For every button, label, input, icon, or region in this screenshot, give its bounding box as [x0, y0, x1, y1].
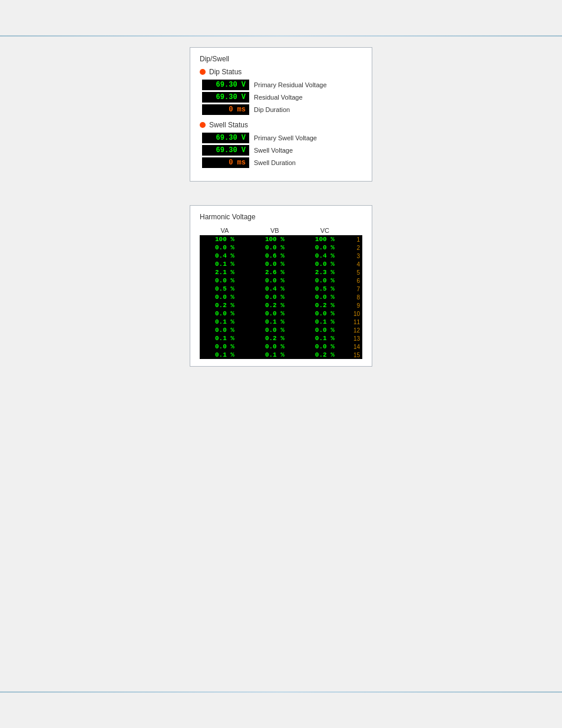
- harmonic-num-5: 5: [350, 268, 362, 276]
- dip-duration-label: Dip Duration: [254, 106, 290, 113]
- harmonic-row: 0.1 %0.1 %0.1 %11: [200, 318, 362, 326]
- swell-duration-value: 0 ms: [202, 157, 249, 168]
- harmonic-num-7: 7: [350, 285, 362, 293]
- dip-reading-3: 0 ms Dip Duration: [202, 104, 362, 115]
- harmonic-num-15: 15: [350, 351, 362, 359]
- swell-status-dot: [200, 122, 206, 128]
- harmonic-row: 0.2 %0.2 %0.2 %9: [200, 301, 362, 309]
- swell-reading-2: 69.30 V Swell Voltage: [202, 145, 362, 156]
- dip-status-dot: [200, 69, 206, 75]
- harmonic-vb-6: 0.0 %: [250, 276, 300, 285]
- harmonic-va-9: 0.2 %: [200, 301, 250, 309]
- harmonic-va-7: 0.5 %: [200, 285, 250, 293]
- swell-voltage-value: 69.30 V: [202, 145, 249, 156]
- harmonic-num-14: 14: [350, 342, 362, 351]
- harmonic-vc-5: 2.3 %: [300, 268, 350, 276]
- harmonic-num-8: 8: [350, 293, 362, 301]
- harmonic-row: 0.1 %0.0 %0.0 %4: [200, 260, 362, 268]
- swell-reading-3: 0 ms Swell Duration: [202, 157, 362, 168]
- harmonic-va-3: 0.4 %: [200, 252, 250, 260]
- dip-status-row: Dip Status: [200, 68, 362, 76]
- harmonic-num-4: 4: [350, 260, 362, 268]
- harmonic-num-6: 6: [350, 276, 362, 285]
- dip-swell-title: Dip/Swell: [200, 55, 362, 63]
- harmonic-row: 0.0 %0.0 %0.0 %10: [200, 309, 362, 318]
- harmonic-vb-7: 0.4 %: [250, 285, 300, 293]
- harmonic-vb-5: 2.6 %: [250, 268, 300, 276]
- col-vb-header: VB: [250, 226, 300, 235]
- harmonic-vc-15: 0.2 %: [300, 351, 350, 359]
- harmonic-panel: Harmonic Voltage VA VB VC 100 %100 %100 …: [190, 205, 372, 367]
- harmonic-vb-8: 0.0 %: [250, 293, 300, 301]
- harmonic-va-15: 0.1 %: [200, 351, 250, 359]
- bottom-divider: [0, 691, 562, 693]
- harmonic-va-12: 0.0 %: [200, 326, 250, 334]
- harmonic-vc-11: 0.1 %: [300, 318, 350, 326]
- harmonic-header-row: VA VB VC: [200, 226, 362, 235]
- harmonic-vc-2: 0.0 %: [300, 243, 350, 252]
- harmonic-vb-13: 0.2 %: [250, 334, 300, 342]
- top-divider: [0, 35, 562, 37]
- harmonic-row: 0.4 %0.6 %0.4 %3: [200, 252, 362, 260]
- harmonic-va-8: 0.0 %: [200, 293, 250, 301]
- harmonic-vb-9: 0.2 %: [250, 301, 300, 309]
- harmonic-num-13: 13: [350, 334, 362, 342]
- harmonic-va-10: 0.0 %: [200, 309, 250, 318]
- dip-swell-panel: Dip/Swell Dip Status 69.30 V Primary Res…: [190, 47, 372, 182]
- harmonic-row: 0.0 %0.0 %0.0 %6: [200, 276, 362, 285]
- harmonic-vc-12: 0.0 %: [300, 326, 350, 334]
- harmonic-vb-12: 0.0 %: [250, 326, 300, 334]
- harmonic-vb-4: 0.0 %: [250, 260, 300, 268]
- dip-residual-label: Residual Voltage: [254, 94, 303, 101]
- col-vc-header: VC: [300, 226, 350, 235]
- harmonic-va-5: 2.1 %: [200, 268, 250, 276]
- harmonic-vc-14: 0.0 %: [300, 342, 350, 351]
- harmonic-num-10: 10: [350, 309, 362, 318]
- harmonic-va-14: 0.0 %: [200, 342, 250, 351]
- swell-reading-1: 69.30 V Primary Swell Voltage: [202, 133, 362, 143]
- harmonic-va-11: 0.1 %: [200, 318, 250, 326]
- harmonic-row: 0.5 %0.4 %0.5 %7: [200, 285, 362, 293]
- harmonic-row: 0.0 %0.0 %0.0 %14: [200, 342, 362, 351]
- harmonic-vc-9: 0.2 %: [300, 301, 350, 309]
- harmonic-va-13: 0.1 %: [200, 334, 250, 342]
- harmonic-row: 0.1 %0.2 %0.1 %13: [200, 334, 362, 342]
- harmonic-vb-15: 0.1 %: [250, 351, 300, 359]
- harmonic-va-6: 0.0 %: [200, 276, 250, 285]
- harmonic-num-1: 1: [350, 235, 362, 243]
- harmonic-va-4: 0.1 %: [200, 260, 250, 268]
- col-va-header: VA: [200, 226, 250, 235]
- harmonic-num-11: 11: [350, 318, 362, 326]
- harmonic-va-2: 0.0 %: [200, 243, 250, 252]
- swell-readings-group: 69.30 V Primary Swell Voltage 69.30 V Sw…: [202, 133, 362, 168]
- dip-primary-residual-value: 69.30 V: [202, 80, 249, 90]
- harmonic-vc-8: 0.0 %: [300, 293, 350, 301]
- dip-status-label: Dip Status: [209, 68, 242, 76]
- harmonic-vc-6: 0.0 %: [300, 276, 350, 285]
- harmonic-num-12: 12: [350, 326, 362, 334]
- swell-status-label: Swell Status: [209, 121, 248, 129]
- dip-reading-1: 69.30 V Primary Residual Voltage: [202, 80, 362, 90]
- dip-primary-residual-label: Primary Residual Voltage: [254, 81, 327, 88]
- harmonic-vb-10: 0.0 %: [250, 309, 300, 318]
- harmonic-row: 2.1 %2.6 %2.3 %5: [200, 268, 362, 276]
- harmonic-vc-10: 0.0 %: [300, 309, 350, 318]
- harmonic-num-9: 9: [350, 301, 362, 309]
- page-content: Dip/Swell Dip Status 69.30 V Primary Res…: [0, 47, 562, 367]
- dip-readings-group: 69.30 V Primary Residual Voltage 69.30 V…: [202, 80, 362, 115]
- harmonic-title: Harmonic Voltage: [200, 213, 362, 221]
- harmonic-vc-13: 0.1 %: [300, 334, 350, 342]
- dip-duration-value: 0 ms: [202, 104, 249, 115]
- harmonic-row: 0.0 %0.0 %0.0 %12: [200, 326, 362, 334]
- swell-voltage-label: Swell Voltage: [254, 147, 293, 154]
- harmonic-table: VA VB VC 100 %100 %100 %10.0 %0.0 %0.0 %…: [200, 226, 362, 359]
- harmonic-vc-3: 0.4 %: [300, 252, 350, 260]
- harmonic-vc-1: 100 %: [300, 235, 350, 243]
- harmonic-num-2: 2: [350, 243, 362, 252]
- harmonic-row: 100 %100 %100 %1: [200, 235, 362, 243]
- harmonic-vb-2: 0.0 %: [250, 243, 300, 252]
- harmonic-num-3: 3: [350, 252, 362, 260]
- harmonic-vb-1: 100 %: [250, 235, 300, 243]
- harmonic-vb-14: 0.0 %: [250, 342, 300, 351]
- swell-primary-value: 69.30 V: [202, 133, 249, 143]
